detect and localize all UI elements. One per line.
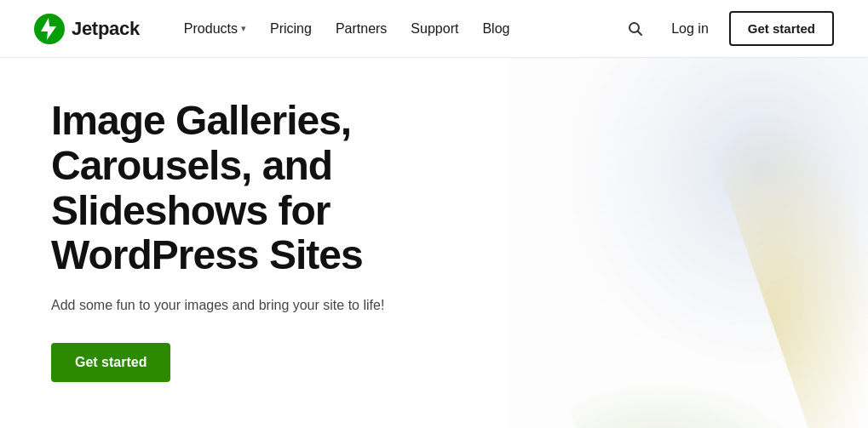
nav-item-support[interactable]: Support: [400, 14, 468, 43]
nav-blog-label: Blog: [482, 21, 509, 37]
navbar: Jetpack Products ▾ Pricing Partners Supp…: [0, 0, 868, 58]
hero-content: Image Galleries, Carousels, and Slidesho…: [51, 99, 494, 382]
nav-pricing-label: Pricing: [270, 21, 312, 37]
get-started-hero-button[interactable]: Get started: [51, 343, 170, 382]
nav-right: Log in Get started: [620, 11, 834, 46]
hero-subtitle: Add some fun to your images and bring yo…: [51, 295, 494, 316]
nav-support-label: Support: [411, 21, 458, 37]
login-link[interactable]: Log in: [664, 14, 716, 43]
brand-name: Jetpack: [72, 18, 140, 40]
nav-item-partners[interactable]: Partners: [325, 14, 397, 43]
nav-links: Products ▾ Pricing Partners Support Blog: [174, 14, 620, 43]
nav-products-label: Products: [184, 21, 238, 37]
search-button[interactable]: [620, 14, 651, 44]
hero-title: Image Galleries, Carousels, and Slidesho…: [51, 99, 494, 278]
nav-item-blog[interactable]: Blog: [472, 14, 520, 43]
get-started-nav-button[interactable]: Get started: [729, 11, 834, 46]
hero-section: Image Galleries, Carousels, and Slidesho…: [0, 58, 868, 428]
nav-item-products[interactable]: Products ▾: [174, 14, 256, 43]
jetpack-logo-icon: [34, 14, 65, 44]
search-icon: [628, 21, 643, 37]
chevron-down-icon: ▾: [241, 23, 246, 34]
svg-line-2: [638, 31, 642, 35]
logo[interactable]: Jetpack: [34, 14, 140, 44]
nav-item-pricing[interactable]: Pricing: [260, 14, 322, 43]
nav-partners-label: Partners: [336, 21, 387, 37]
hero-background-decoration: [510, 58, 868, 428]
